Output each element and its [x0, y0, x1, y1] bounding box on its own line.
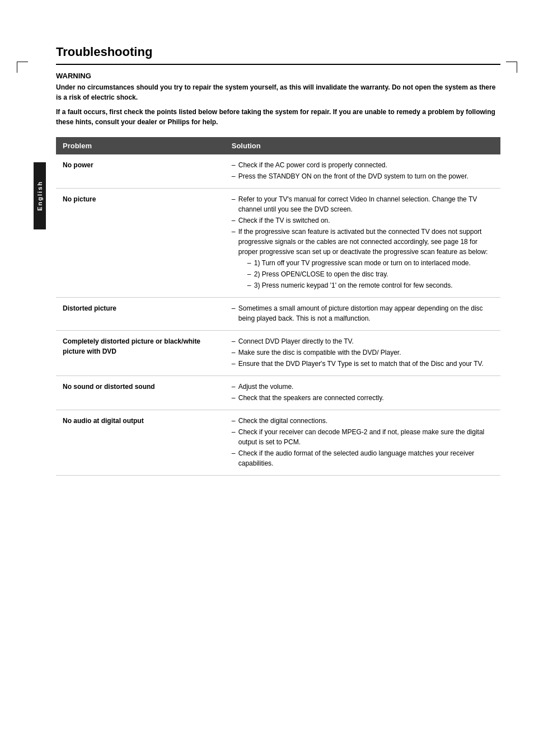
warning-text-1: Under no circumstances should you try to…	[56, 82, 500, 102]
solution-item: Refer to your TV's manual for correct Vi…	[232, 194, 494, 214]
page-title: Troubleshooting	[56, 45, 500, 65]
table-header: Problem Solution	[56, 137, 500, 154]
warning-section: WARNING Under no circumstances should yo…	[56, 72, 500, 127]
warning-label: WARNING	[56, 72, 500, 80]
solution-item: Connect DVD Player directly to the TV.	[232, 336, 494, 346]
warning-text-2: If a fault occurs, first check the point…	[56, 107, 500, 127]
solution-no-picture: Refer to your TV's manual for correct Vi…	[225, 189, 500, 298]
problem-no-audio-digital: No audio at digital output	[56, 410, 225, 476]
warning-bold-2: If a fault occurs, first check the point…	[56, 108, 495, 126]
solution-item: Check if the audio format of the selecte…	[232, 448, 494, 468]
solution-item: Check if the TV is switched on.	[232, 215, 494, 226]
solution-no-audio-digital: Check the digital connections. Check if …	[225, 410, 500, 476]
problem-completely-distorted: Completely distorted picture or black/wh…	[56, 331, 225, 376]
troubleshoot-table: Problem Solution No power Check if the A…	[56, 137, 500, 476]
solution-no-power: Check if the AC power cord is properly c…	[225, 154, 500, 189]
solution-completely-distorted: Connect DVD Player directly to the TV. M…	[225, 331, 500, 376]
table-row: No picture Refer to your TV's manual for…	[56, 189, 500, 298]
solution-item: Check the digital connections.	[232, 416, 494, 426]
main-content: Troubleshooting WARNING Under no circums…	[56, 45, 500, 509]
solution-item: Check if your receiver can decode MPEG-2…	[232, 427, 494, 447]
col-header-solution: Solution	[225, 137, 500, 154]
problem-no-picture: No picture	[56, 189, 225, 298]
table-row: Completely distorted picture or black/wh…	[56, 331, 500, 376]
side-tab: English	[34, 162, 46, 229]
table-row: No sound or distorted sound Adjust the v…	[56, 376, 500, 410]
solution-item: Adjust the volume.	[232, 382, 494, 392]
solution-item: Sometimes a small amount of picture dist…	[232, 303, 494, 323]
problem-no-sound: No sound or distorted sound	[56, 376, 225, 410]
solution-item: If the progressive scan feature is activ…	[232, 227, 494, 290]
solution-item: Check that the speakers are connected co…	[232, 393, 494, 403]
sub-solution-item: 2) Press OPEN/CLOSE to open the disc tra…	[247, 269, 494, 279]
problem-distorted-picture: Distorted picture	[56, 298, 225, 331]
table-row: No audio at digital output Check the dig…	[56, 410, 500, 476]
warning-bold-1: Under no circumstances should you try to…	[56, 83, 495, 101]
corner-mark-top-left	[17, 62, 28, 73]
problem-no-power: No power	[56, 154, 225, 189]
table-row: Distorted picture Sometimes a small amou…	[56, 298, 500, 331]
solution-item: Check if the AC power cord is properly c…	[232, 160, 494, 170]
corner-mark-top-right	[506, 62, 517, 73]
table-body: No power Check if the AC power cord is p…	[56, 154, 500, 476]
solution-item: Press the STANDBY ON on the front of the…	[232, 171, 494, 181]
page-container: English Troubleshooting WARNING Under no…	[0, 45, 534, 756]
sub-solution-item: 3) Press numeric keypad '1' on the remot…	[247, 280, 494, 290]
side-tab-label: English	[36, 181, 43, 211]
table-row: No power Check if the AC power cord is p…	[56, 154, 500, 189]
solution-distorted-picture: Sometimes a small amount of picture dist…	[225, 298, 500, 331]
solution-item: Ensure that the DVD Player's TV Type is …	[232, 359, 494, 369]
solution-no-sound: Adjust the volume. Check that the speake…	[225, 376, 500, 410]
sub-solution-item: 1) Turn off your TV progressive scan mod…	[247, 258, 494, 268]
col-header-problem: Problem	[56, 137, 225, 154]
solution-item: Make sure the disc is compatible with th…	[232, 348, 494, 358]
